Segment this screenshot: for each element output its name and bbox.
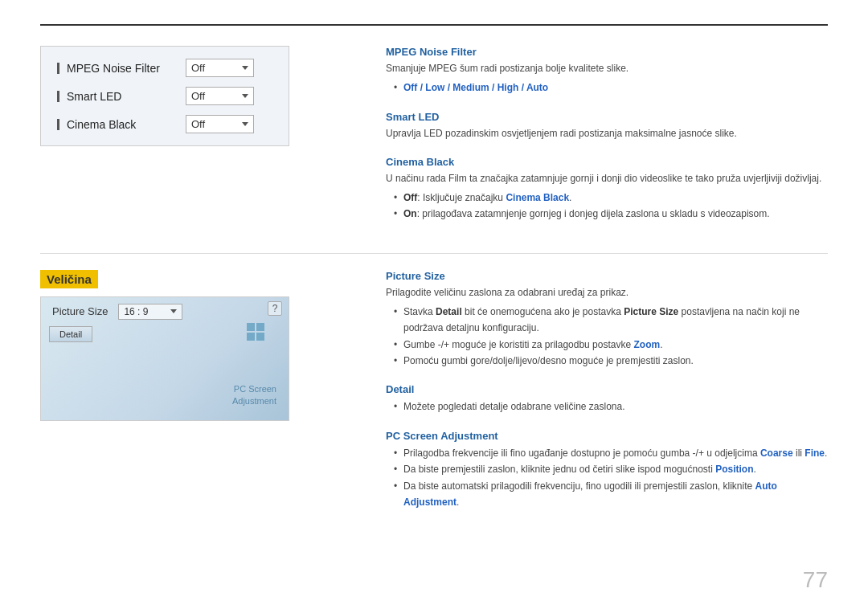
mpeg-noise-filter-label: MPEG Noise Filter: [57, 62, 186, 75]
mpeg-noise-filter-desc: Smanjuje MPEG šum radi postizanja bolje …: [386, 61, 828, 76]
picture-size-list: Stavka Detail bit će onemogućena ako je …: [386, 304, 828, 370]
picture-size-bullet-3: Pomoću gumbi gore/dolje/lijevo/desno mog…: [394, 353, 828, 369]
picture-size-desc: Prilagodite veličinu zaslona za odabrani…: [386, 285, 828, 300]
detail-button[interactable]: Detail: [49, 326, 92, 342]
detail-section: Detail Možete pogledati detalje odabrane…: [386, 383, 828, 415]
smart-led-desc: Upravlja LED pozadinskim osvjetljenjem r…: [386, 126, 828, 141]
mpeg-noise-filter-select[interactable]: Off: [186, 59, 254, 77]
dropdown-arrow-icon-3: [242, 122, 248, 126]
cinema-black-title: Cinema Black: [386, 156, 828, 168]
picture-size-label: Picture Size: [49, 305, 108, 317]
mpeg-options-link: Off / Low / Medium / High / Auto: [403, 82, 548, 93]
detail-list: Možete pogledati detalje odabrane veliči…: [386, 398, 828, 415]
pc-screen-bullet-3: Da biste automatski prilagodili frekvenc…: [394, 478, 828, 511]
detail-bullet-1: Možete pogledati detalje odabrane veliči…: [394, 398, 828, 415]
smart-led-label: Smart LED: [57, 90, 186, 103]
left-panel-bottom: Veličina ? Picture Size 16 : 9: [40, 270, 346, 525]
section-divider: [40, 253, 828, 254]
pc-screen-text: PC Screen Adjustment: [232, 383, 276, 408]
smart-led-row: Smart LED Off: [57, 87, 272, 105]
pc-screen-adjustment-list: Prilagodba frekvencije ili fino ugađanje…: [386, 445, 828, 511]
svg-rect-1: [256, 323, 264, 331]
cinema-black-list: Off: Isključuje značajku Cinema Black. O…: [386, 190, 828, 223]
picture-size-row: Picture Size 16 : 9: [41, 297, 289, 320]
top-section: MPEG Noise Filter Off Smart LED Off: [40, 46, 828, 237]
mpeg-noise-filter-row: MPEG Noise Filter Off: [57, 59, 272, 77]
smart-led-section: Smart LED Upravlja LED pozadinskim osvje…: [386, 111, 828, 141]
grid-icon: [247, 323, 264, 343]
dropdown-arrow-icon: [242, 66, 248, 70]
picture-size-bullet-1: Stavka Detail bit će onemogućena ako je …: [394, 304, 828, 337]
right-panel-bottom: Picture Size Prilagodite veličinu zaslon…: [346, 270, 828, 525]
cinema-black-bullet-2: On: prilagođava zatamnjenje gornjeg i do…: [394, 206, 828, 222]
pc-screen-bullet-1: Prilagodba frekvencije ili fino ugađanje…: [394, 445, 828, 461]
cinema-black-row: Cinema Black Off: [57, 115, 272, 133]
smart-led-title: Smart LED: [386, 111, 828, 123]
svg-rect-0: [247, 323, 255, 331]
settings-box: MPEG Noise Filter Off Smart LED Off: [40, 46, 289, 146]
page-number: 77: [803, 567, 828, 593]
picture-size-select[interactable]: 16 : 9: [118, 304, 182, 320]
mpeg-noise-filter-section: MPEG Noise Filter Smanjuje MPEG šum radi…: [386, 46, 828, 96]
pc-screen-adjustment-title: PC Screen Adjustment: [386, 430, 828, 442]
picture-size-title: Picture Size: [386, 270, 828, 282]
pc-screen-adjustment-section: PC Screen Adjustment Prilagodba frekvenc…: [386, 430, 828, 511]
svg-rect-3: [256, 333, 264, 341]
mpeg-noise-filter-title: MPEG Noise Filter: [386, 46, 828, 58]
cinema-black-desc: U načinu rada Film ta značajka zatamnjuj…: [386, 171, 828, 186]
detail-title: Detail: [386, 383, 828, 395]
smart-led-select[interactable]: Off: [186, 87, 254, 105]
top-divider: [40, 24, 828, 26]
bar-indicator: [57, 63, 59, 74]
picture-size-section: Picture Size Prilagodite veličinu zaslon…: [386, 270, 828, 370]
cinema-black-label: Cinema Black: [57, 118, 186, 131]
velicina-box: ? Picture Size 16 : 9: [40, 296, 289, 421]
dropdown-arrow-icon-4: [170, 309, 177, 313]
question-mark-icon[interactable]: ?: [268, 301, 282, 316]
mpeg-options-list: Off / Low / Medium / High / Auto: [386, 80, 828, 96]
mpeg-options-item: Off / Low / Medium / High / Auto: [394, 80, 828, 96]
velicina-heading: Veličina: [40, 270, 98, 288]
bar-indicator-2: [57, 91, 59, 102]
svg-rect-2: [247, 333, 255, 341]
picture-size-bullet-2: Gumbe -/+ moguće je koristiti za prilago…: [394, 337, 828, 353]
left-panel-top: MPEG Noise Filter Off Smart LED Off: [40, 46, 346, 237]
pc-screen-bullet-2: Da biste premjestili zaslon, kliknite je…: [394, 461, 828, 477]
cinema-black-select[interactable]: Off: [186, 115, 254, 133]
dropdown-arrow-icon-2: [242, 94, 248, 98]
cinema-black-section: Cinema Black U načinu rada Film ta znača…: [386, 156, 828, 223]
bottom-section: Veličina ? Picture Size 16 : 9: [40, 270, 828, 525]
cinema-black-bullet-1: Off: Isključuje značajku Cinema Black.: [394, 190, 828, 206]
bar-indicator-3: [57, 119, 59, 130]
right-panel-top: MPEG Noise Filter Smanjuje MPEG šum radi…: [346, 46, 828, 237]
